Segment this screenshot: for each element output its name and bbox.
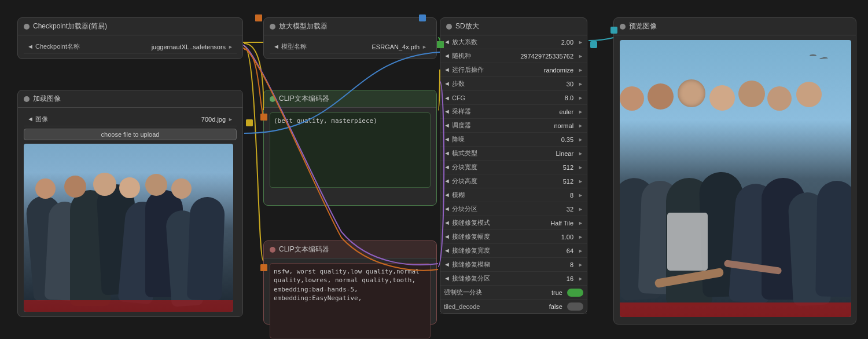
pv-bird2 xyxy=(810,54,816,57)
sd-param-arrow-3[interactable]: ► xyxy=(578,81,583,87)
sd-param-value-0: 2.00 xyxy=(518,39,576,46)
sd-param-arrow-13[interactable]: ► xyxy=(578,220,583,226)
sd-param-label-8: ◄ 模式类型 xyxy=(444,149,518,158)
sd-param-label-15: ◄ 接缝修复宽度 xyxy=(444,246,518,255)
sd-param-value-19: false xyxy=(507,303,565,310)
node-sd-upscale: SD放大 ◄ 放大系数2.00►◄ 随机种297429725335762►◄ 运… xyxy=(440,17,587,314)
sd-param-label-16: ◄ 接缝修复模糊 xyxy=(444,260,518,269)
sd-param-arrow-17[interactable]: ► xyxy=(578,276,583,282)
sd-param-value-7: 0.35 xyxy=(518,136,576,143)
sd-param-arrow-2[interactable]: ► xyxy=(578,67,583,73)
image-param-row: ◄ 图像 700d.jpg ► xyxy=(24,112,237,126)
checkpoint-arrow-right[interactable]: ► xyxy=(228,44,233,50)
preview-dot xyxy=(620,24,626,30)
clip2-dot xyxy=(270,247,275,253)
sd-param-row-18: 强制统一分块true xyxy=(440,286,587,300)
checkpoint-param-row: ◄ Checkpoint名称 juggernautXL..safetensors… xyxy=(24,40,237,54)
sd-param-arrow-0[interactable]: ► xyxy=(578,39,583,45)
upscale-model-body: ◄ 模型名称 ESRGAN_4x.pth ► xyxy=(264,35,436,59)
checkpoint-header: Checkpoint加载器(简易) xyxy=(18,18,242,35)
sd-param-label-1: ◄ 随机种 xyxy=(444,52,518,60)
upload-button[interactable]: choose file to upload xyxy=(24,129,237,140)
conn-checkpoint-orange xyxy=(255,14,262,21)
upscale-model-param-value: ESRGAN_4x.pth xyxy=(364,43,422,50)
wire-yellow-checkpoint-clip2 xyxy=(244,46,263,261)
preview-title: 预览图像 xyxy=(629,21,657,31)
sd-param-arrow-5[interactable]: ► xyxy=(578,109,583,115)
sd-param-arrow-4[interactable]: ► xyxy=(578,95,583,101)
conn-sd-left-green xyxy=(437,41,444,48)
sd-param-arrow-12[interactable]: ► xyxy=(578,206,583,212)
upscale-model-arrow-right[interactable]: ► xyxy=(422,44,427,50)
sd-param-row-9: ◄ 分块宽度512► xyxy=(440,161,587,174)
sd-param-arrow-9[interactable]: ► xyxy=(578,165,583,170)
sd-toggle-19[interactable] xyxy=(567,302,583,311)
sd-param-label-6: ◄ 调度器 xyxy=(444,121,518,130)
sd-param-value-16: 8 xyxy=(518,261,576,268)
sd-param-value-11: 8 xyxy=(518,192,576,199)
sd-param-arrow-11[interactable]: ► xyxy=(578,192,583,198)
sd-param-value-6: normal xyxy=(518,122,576,129)
sd-param-value-18: true xyxy=(507,289,565,296)
node-upscale-model: 放大模型加载器 ◄ 模型名称 ESRGAN_4x.pth ► xyxy=(263,17,437,59)
clip2-textarea[interactable] xyxy=(270,263,431,338)
sd-param-arrow-8[interactable]: ► xyxy=(578,151,583,156)
sd-param-arrow-15[interactable]: ► xyxy=(578,248,583,254)
sd-toggle-18[interactable] xyxy=(567,289,583,297)
canvas: Checkpoint加载器(简易) ◄ Checkpoint名称 juggern… xyxy=(0,0,868,339)
sd-param-value-10: 512 xyxy=(518,178,576,185)
clip1-header: CLIP文本编码器 xyxy=(264,90,436,108)
sd-param-arrow-7[interactable]: ► xyxy=(578,137,583,143)
conn-loadimage-yellow xyxy=(246,119,253,126)
load-image-title: 加载图像 xyxy=(33,94,61,104)
sd-param-row-10: ◄ 分块高度512► xyxy=(440,174,587,188)
node-clip2: CLIP文本编码器 xyxy=(263,240,437,325)
load-image-body: ◄ 图像 700d.jpg ► choose file to upload xyxy=(18,108,242,316)
sd-param-row-15: ◄ 接缝修复宽度64► xyxy=(440,244,587,258)
image-param-value: 700d.jpg xyxy=(170,116,228,123)
face3 xyxy=(93,173,116,196)
checkpoint-body: ◄ Checkpoint名称 juggernautXL..safetensors… xyxy=(18,35,242,59)
image-arrow-right[interactable]: ► xyxy=(228,116,233,122)
sd-param-value-15: 64 xyxy=(518,247,576,254)
pv-face1 xyxy=(620,86,644,111)
load-image-header: 加载图像 xyxy=(18,90,242,108)
sd-param-arrow-10[interactable]: ► xyxy=(578,178,583,184)
wire-yellow-checkpoint-clip1 xyxy=(244,43,263,110)
sd-param-row-16: ◄ 接缝修复模糊8► xyxy=(440,258,587,272)
checkpoint-param-value: juggernautXL..safetensors xyxy=(152,43,228,50)
clip1-textarea[interactable] xyxy=(270,112,431,188)
sd-param-row-1: ◄ 随机种297429725335762► xyxy=(440,49,587,63)
preview-body xyxy=(614,35,856,322)
upscale-model-param-label: ◄ 模型名称 xyxy=(273,42,364,51)
sd-param-row-13: ◄ 接缝修复模式Half Tile► xyxy=(440,216,587,230)
sd-param-row-12: ◄ 分块分区32► xyxy=(440,202,587,216)
sd-param-value-4: 8.0 xyxy=(518,94,576,101)
sd-param-arrow-1[interactable]: ► xyxy=(578,53,583,59)
sd-param-label-5: ◄ 采样器 xyxy=(444,107,518,116)
preview-image-container xyxy=(620,40,851,317)
wire-orange-1 xyxy=(244,49,263,116)
face4 xyxy=(119,177,140,198)
sd-param-value-1: 297429725335762 xyxy=(518,53,576,60)
sd-param-row-17: ◄ 接缝修复分区16► xyxy=(440,272,587,286)
clip2-header: CLIP文本编码器 xyxy=(264,241,436,258)
sd-param-arrow-14[interactable]: ► xyxy=(578,234,583,240)
sd-param-arrow-6[interactable]: ► xyxy=(578,123,583,129)
face1 xyxy=(35,178,56,199)
sd-param-row-8: ◄ 模式类型Linear► xyxy=(440,147,587,161)
clip2-body xyxy=(264,258,436,339)
sd-param-label-12: ◄ 分块分区 xyxy=(444,205,518,213)
sd-param-label-13: ◄ 接缝修复模式 xyxy=(444,218,518,227)
sd-param-row-4: ◄ CFG8.0► xyxy=(440,91,587,105)
sd-upscale-params: ◄ 放大系数2.00►◄ 随机种297429725335762►◄ 运行后操作r… xyxy=(440,35,587,314)
sd-param-value-13: Half Tile xyxy=(518,220,576,227)
sd-param-label-0: ◄ 放大系数 xyxy=(444,38,518,46)
sd-param-arrow-16[interactable]: ► xyxy=(578,262,583,268)
sd-param-label-17: ◄ 接缝修复分区 xyxy=(444,274,518,283)
pv-face5 xyxy=(738,81,765,107)
upscale-model-param-row: ◄ 模型名称 ESRGAN_4x.pth ► xyxy=(270,40,431,54)
sd-param-row-14: ◄ 接缝修复幅度1.00► xyxy=(440,230,587,244)
node-checkpoint: Checkpoint加载器(简易) ◄ Checkpoint名称 juggern… xyxy=(17,17,243,59)
sd-param-value-2: randomize xyxy=(518,67,576,74)
